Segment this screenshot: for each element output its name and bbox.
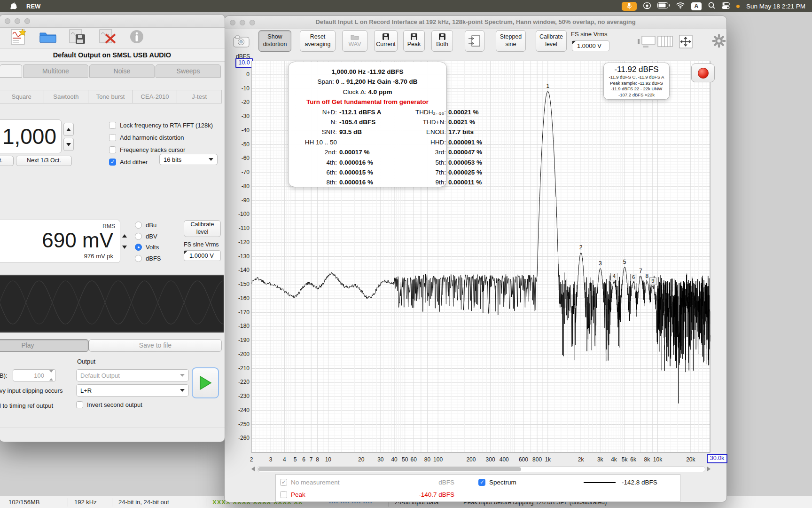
rta-titlebar[interactable]: Default Input L on Record Interface at 1… — [225, 16, 726, 29]
unit-radio-dbv[interactable]: dBV — [135, 231, 161, 242]
generator-device-title: Default Output on SMSL USB AUDIO — [0, 48, 225, 62]
wifi-icon[interactable] — [676, 2, 685, 10]
tab-sawtooth[interactable]: Sawtooth — [44, 90, 89, 103]
settings-gear-icon[interactable] — [712, 34, 726, 50]
scroll-right-icon[interactable] — [707, 467, 710, 471]
next-third-octave-button[interactable]: Next 1/3 Oct. — [16, 156, 72, 166]
tab-j-test[interactable]: J-test — [177, 90, 222, 103]
spotlight-search-icon[interactable] — [708, 2, 715, 10]
level-up-button[interactable] — [122, 226, 127, 235]
level-field[interactable]: RMS 690 mV 976 mV pk — [0, 220, 120, 263]
info-icon[interactable] — [129, 29, 144, 46]
output-device-select[interactable]: Default Output — [76, 369, 189, 381]
generator-window: Default Output on SMSL USB AUDIO Multito… — [0, 14, 225, 442]
option-add-harmonic-distortion[interactable]: Add harmonic distortion — [109, 131, 213, 143]
radio[interactable] — [135, 244, 142, 251]
calibrate-level-button[interactable]: Calibrate level — [184, 220, 221, 237]
frequency-field[interactable]: 1,000 — [0, 119, 62, 153]
control-center-icon[interactable] — [722, 2, 730, 10]
save-both-button[interactable]: Both — [431, 30, 453, 52]
save-wav-button[interactable]: WAV — [342, 30, 367, 52]
frequency-down-button[interactable] — [63, 138, 74, 151]
scrollbar-thumb[interactable] — [258, 467, 521, 471]
level-down-button[interactable] — [122, 249, 127, 257]
invert-second-output-checkbox[interactable] — [76, 401, 83, 408]
y-axis-label: -110 — [230, 225, 250, 231]
minimize-button[interactable] — [15, 18, 20, 24]
capture-image-icon[interactable] — [233, 35, 250, 50]
microphone-in-use-icon[interactable] — [622, 2, 637, 11]
show-distortion-button[interactable]: Show distortion — [258, 30, 291, 52]
zoom-button[interactable] — [24, 18, 30, 24]
generator-play-button[interactable] — [192, 367, 219, 398]
display-layout-icon[interactable] — [638, 35, 656, 50]
fs-sine-vrms-field[interactable]: 1.0000 V — [184, 250, 221, 261]
x-axis-max-box[interactable]: 30.0k — [707, 454, 727, 463]
level-db-down-icon[interactable] — [49, 373, 53, 380]
y-axis-label: -210 — [230, 365, 250, 372]
save-measurement-icon[interactable] — [69, 29, 87, 47]
checkbox[interactable] — [109, 159, 116, 166]
generator-titlebar[interactable] — [0, 15, 225, 28]
routing-select[interactable]: L+R — [76, 384, 189, 397]
checkbox[interactable] — [109, 134, 116, 141]
magsafe-icon[interactable] — [643, 2, 651, 11]
fs-sine-vrms-field[interactable]: 1.0000 V — [572, 40, 609, 51]
radio[interactable] — [135, 222, 142, 229]
app-menu-name[interactable]: REW — [26, 3, 40, 10]
info-stat-value: 0.000016 % — [339, 158, 401, 167]
save-to-file-button[interactable]: Save to file — [89, 339, 222, 352]
checkbox[interactable] — [109, 146, 116, 153]
tab-cea-2010[interactable]: CEA-2010 — [133, 90, 178, 103]
y-axis-max-box[interactable]: 10.0 — [235, 58, 253, 68]
record-button[interactable] — [691, 64, 715, 82]
scroll-left-icon[interactable] — [251, 467, 255, 471]
spectrum-checkbox[interactable] — [478, 479, 485, 486]
menu-bar-clock[interactable]: Sun May 18 2:21 PM — [746, 3, 805, 10]
close-button[interactable] — [5, 18, 10, 24]
option-lock-frequency-to-rta-fft-128k-[interactable]: Lock frequency to RTA FFT (128k) — [109, 119, 213, 131]
unit-radio-dbu[interactable]: dBu — [135, 220, 161, 231]
info-stat-label: 7th: — [401, 167, 448, 177]
columns-icon[interactable] — [657, 35, 673, 50]
option-label: Frequency tracks cursor — [120, 146, 185, 153]
unit-radio-dbfs[interactable]: dBFS — [135, 253, 161, 264]
dither-bits-select[interactable]: 16 bits — [159, 154, 218, 165]
frequency-up-button[interactable] — [63, 123, 74, 136]
reset-averaging-button[interactable]: Reset averaging — [300, 30, 336, 52]
unit-radio-volts[interactable]: Volts — [135, 242, 161, 253]
new-signal-icon[interactable] — [11, 28, 27, 47]
input-select-button[interactable] — [465, 30, 484, 52]
move-arrows-icon[interactable] — [676, 35, 694, 51]
save-current-button[interactable]: Current — [374, 30, 398, 52]
tab-multitone[interactable]: Multitone — [23, 64, 88, 78]
calibrate-level-button[interactable]: Calibrate level — [536, 30, 567, 52]
tab-square[interactable]: Square — [0, 90, 44, 103]
level-peak-sample: Peak sample: -11.92 dBFS — [604, 80, 669, 87]
play-button[interactable]: Play — [0, 339, 89, 352]
x-scrollbar[interactable] — [251, 466, 710, 472]
scrollbar-track[interactable] — [257, 466, 705, 472]
stepped-sine-button[interactable]: Stepped sine — [496, 30, 526, 52]
no-measurement-checkbox[interactable] — [280, 479, 287, 486]
open-folder-icon[interactable] — [39, 29, 57, 46]
tab-sine-partial[interactable] — [0, 64, 22, 78]
level-db-field[interactable]: 100 — [13, 369, 56, 381]
battery-icon[interactable] — [657, 2, 670, 10]
tab-noise[interactable]: Noise — [89, 64, 155, 78]
checkbox[interactable] — [109, 122, 116, 129]
delete-measurement-icon[interactable] — [99, 29, 117, 47]
input-source-icon[interactable]: A — [691, 2, 702, 10]
apple-menu-icon[interactable] — [10, 2, 17, 11]
prev-third-octave-button[interactable]: ct. — [0, 156, 14, 166]
radio[interactable] — [135, 255, 142, 262]
tab-tone-burst[interactable]: Tone burst — [88, 90, 133, 103]
save-peak-button[interactable]: Peak — [403, 30, 425, 52]
info-stat-value: 17.7 bits — [448, 127, 482, 137]
rta-window: Default Input L on Record Interface at 1… — [224, 16, 727, 502]
invert-second-output-option[interactable]: Invert second output — [76, 401, 142, 408]
y-axis-label: -160 — [230, 295, 250, 302]
radio[interactable] — [135, 233, 142, 240]
peak-checkbox[interactable] — [280, 491, 287, 498]
tab-sweeps[interactable]: Sweeps — [156, 64, 221, 78]
